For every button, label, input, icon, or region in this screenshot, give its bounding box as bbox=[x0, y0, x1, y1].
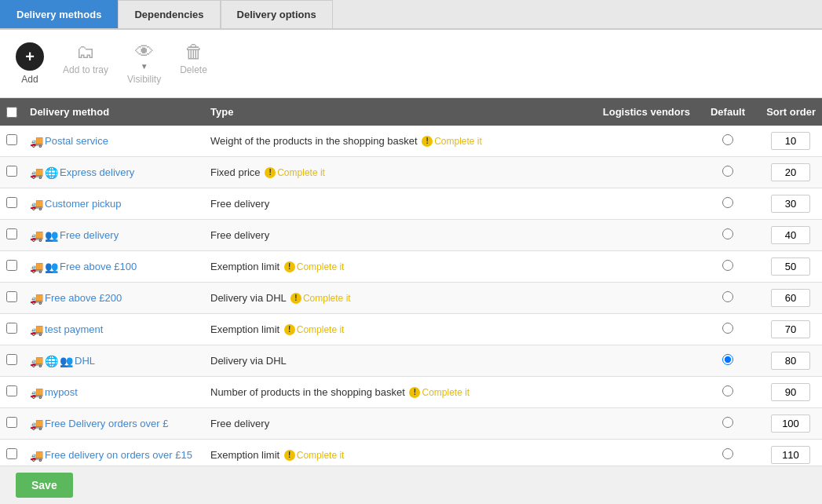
add-to-tray-button[interactable]: 🗂 Add to tray bbox=[63, 42, 108, 75]
add-icon: + bbox=[16, 42, 44, 71]
complete-it-link[interactable]: Complete it bbox=[303, 293, 351, 304]
visibility-arrow: ▼ bbox=[141, 62, 148, 71]
complete-it-link[interactable]: Complete it bbox=[297, 450, 345, 461]
delete-button[interactable]: 🗑 Delete bbox=[180, 42, 207, 75]
sort-order-input[interactable] bbox=[771, 415, 810, 433]
warning-icon: ! bbox=[290, 293, 301, 304]
sort-order-input[interactable] bbox=[771, 257, 810, 276]
row-checkbox[interactable] bbox=[6, 291, 17, 302]
sort-order-cell bbox=[759, 220, 822, 251]
multivendor-icon: 👥 bbox=[60, 355, 73, 367]
delivery-method-link[interactable]: Free delivery bbox=[60, 229, 119, 241]
header-logistics-vendors: Logistics vendors bbox=[597, 98, 696, 126]
truck-icon: 🚚 bbox=[30, 229, 43, 242]
select-all-checkbox[interactable] bbox=[6, 107, 17, 118]
tab-delivery-options[interactable]: Delivery options bbox=[221, 0, 333, 28]
default-cell bbox=[696, 377, 759, 408]
row-checkbox[interactable] bbox=[6, 166, 17, 177]
table-row: 🚚👥Free above £100Exemption limit !Comple… bbox=[0, 251, 822, 283]
default-radio[interactable] bbox=[722, 260, 733, 271]
sort-order-input[interactable] bbox=[771, 163, 810, 181]
sort-order-input[interactable] bbox=[771, 226, 810, 244]
delivery-type-cell: Delivery via DHL !Complete it bbox=[204, 283, 597, 314]
delivery-method-link[interactable]: Customer pickup bbox=[45, 198, 122, 210]
row-checkbox[interactable] bbox=[6, 197, 17, 208]
sort-order-input[interactable] bbox=[771, 446, 810, 464]
delivery-type-cell: Weight of the products in the shopping b… bbox=[204, 126, 597, 157]
default-radio[interactable] bbox=[722, 417, 733, 428]
default-radio[interactable] bbox=[722, 354, 733, 365]
header-default: Default bbox=[696, 98, 759, 126]
delivery-method-link[interactable]: Express delivery bbox=[60, 166, 134, 178]
delivery-methods-table: Delivery method Type Logistics vendors D… bbox=[0, 98, 822, 502]
logistics-vendor-cell bbox=[597, 283, 696, 314]
delivery-type-cell: Free delivery bbox=[204, 220, 597, 251]
sort-order-cell bbox=[759, 126, 822, 157]
row-checkbox[interactable] bbox=[6, 354, 17, 365]
default-radio[interactable] bbox=[722, 385, 733, 396]
complete-it-link[interactable]: Complete it bbox=[297, 324, 345, 335]
save-bar: Save bbox=[0, 466, 822, 504]
sort-order-cell bbox=[759, 408, 822, 440]
delivery-method-link[interactable]: Postal service bbox=[45, 135, 108, 147]
delivery-method-link[interactable]: DHL bbox=[75, 355, 95, 367]
default-radio[interactable] bbox=[722, 197, 733, 208]
delivery-method-name-cell: 🚚Free Delivery orders over £ bbox=[24, 408, 204, 440]
sort-order-cell bbox=[759, 188, 822, 220]
delivery-method-link[interactable]: test payment bbox=[45, 323, 103, 335]
complete-it-link[interactable]: Complete it bbox=[297, 261, 345, 272]
row-checkbox[interactable] bbox=[6, 134, 17, 145]
delivery-method-link[interactable]: Free delivery on orders over £15 bbox=[45, 449, 192, 461]
save-button[interactable]: Save bbox=[16, 473, 73, 498]
row-checkbox[interactable] bbox=[6, 385, 17, 396]
row-checkbox[interactable] bbox=[6, 417, 17, 428]
default-radio[interactable] bbox=[722, 323, 733, 334]
default-radio[interactable] bbox=[722, 291, 733, 302]
complete-it-link[interactable]: Complete it bbox=[434, 136, 482, 147]
delivery-type-cell: Free delivery bbox=[204, 408, 597, 440]
delivery-method-name-cell: 🚚👥Free above £100 bbox=[24, 251, 204, 283]
logistics-vendor-cell bbox=[597, 345, 696, 377]
default-radio[interactable] bbox=[722, 228, 733, 239]
delivery-method-link[interactable]: Free above £100 bbox=[60, 261, 137, 272]
toolbar: + Add 🗂 Add to tray 👁 ▼ Visibility 🗑 Del… bbox=[0, 30, 822, 98]
header-checkbox-cell bbox=[0, 98, 24, 126]
delete-icon: 🗑 bbox=[184, 42, 203, 61]
default-cell bbox=[696, 283, 759, 314]
add-label: Add bbox=[21, 74, 38, 85]
row-checkbox[interactable] bbox=[6, 448, 17, 459]
default-radio[interactable] bbox=[722, 166, 733, 177]
row-checkbox[interactable] bbox=[6, 323, 17, 334]
complete-it-link[interactable]: Complete it bbox=[422, 387, 469, 398]
logistics-vendor-cell bbox=[597, 377, 696, 408]
sort-order-input[interactable] bbox=[771, 132, 810, 150]
multivendor-icon: 👥 bbox=[45, 261, 58, 273]
sort-order-input[interactable] bbox=[771, 289, 810, 307]
logistics-vendor-cell bbox=[597, 220, 696, 251]
delivery-method-link[interactable]: Free above £200 bbox=[45, 292, 122, 304]
complete-it-link[interactable]: Complete it bbox=[277, 167, 325, 178]
row-checkbox[interactable] bbox=[6, 260, 17, 271]
delivery-type-cell: Delivery via DHL bbox=[204, 345, 597, 377]
sort-order-input[interactable] bbox=[771, 195, 810, 213]
truck-icon: 🚚 bbox=[30, 135, 43, 148]
default-cell bbox=[696, 314, 759, 345]
sort-order-input[interactable] bbox=[771, 383, 810, 401]
sort-order-input[interactable] bbox=[771, 352, 810, 370]
sort-order-cell bbox=[759, 345, 822, 377]
default-radio[interactable] bbox=[722, 134, 733, 145]
row-checkbox[interactable] bbox=[6, 228, 17, 239]
visibility-button[interactable]: 👁 ▼ Visibility bbox=[127, 42, 161, 85]
delivery-method-link[interactable]: mypost bbox=[45, 386, 78, 398]
header-delivery-method: Delivery method bbox=[24, 98, 204, 126]
delivery-method-name-cell: 🚚🌐👥DHL bbox=[24, 345, 204, 377]
default-radio[interactable] bbox=[722, 448, 733, 459]
add-button[interactable]: + Add bbox=[16, 42, 44, 85]
sort-order-input[interactable] bbox=[771, 320, 810, 338]
tab-delivery-methods[interactable]: Delivery methods bbox=[0, 0, 118, 28]
delivery-method-link[interactable]: Free Delivery orders over £ bbox=[45, 418, 169, 429]
warning-icon: ! bbox=[409, 387, 420, 398]
table-row: 🚚mypostNumber of products in the shoppin… bbox=[0, 377, 822, 408]
delivery-method-name-cell: 🚚👥Free delivery bbox=[24, 220, 204, 251]
tab-dependencies[interactable]: Dependencies bbox=[118, 0, 220, 28]
